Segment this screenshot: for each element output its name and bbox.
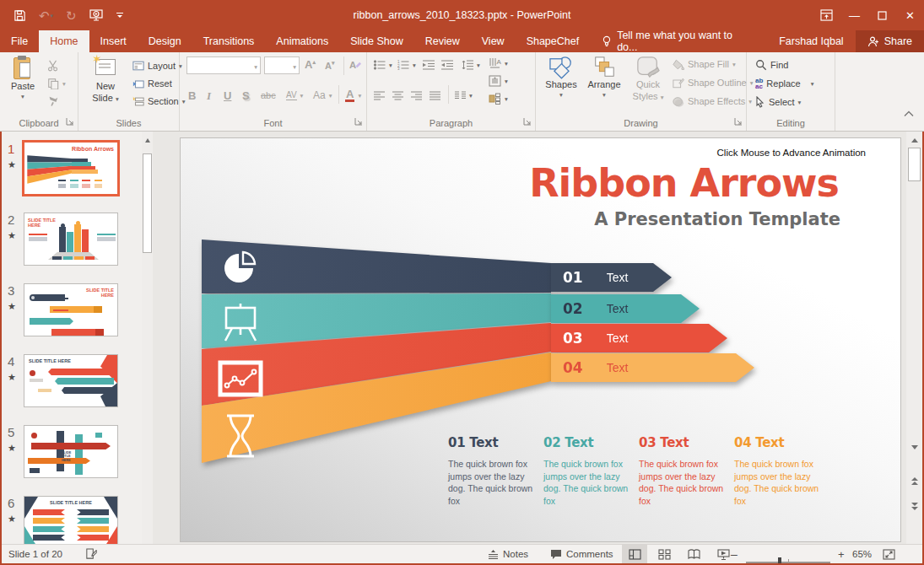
change-case-button[interactable]: Aa▾: [313, 87, 332, 104]
font-color-button[interactable]: A▾: [345, 87, 361, 104]
shape-outline-button[interactable]: Shape Outline▾: [673, 74, 753, 91]
tab-shapechef[interactable]: ShapeChef: [516, 30, 591, 52]
align-right-button[interactable]: [411, 87, 422, 104]
shape-effects-button[interactable]: Shape Effects▾: [673, 93, 752, 110]
arrow-01[interactable]: 01Text: [551, 263, 672, 292]
slide-thumbnail-1[interactable]: Ribbon Arrows: [24, 142, 118, 195]
share-button[interactable]: Share: [856, 30, 924, 52]
column-01[interactable]: 01 Text The quick brown fox jumps over t…: [448, 435, 534, 507]
slide-title[interactable]: Ribbon Arrows: [529, 160, 839, 206]
next-slide-icon[interactable]: [906, 498, 922, 514]
text-direction-button[interactable]: A ▾: [489, 55, 508, 72]
arrange-button[interactable]: Arrange ▾: [583, 56, 625, 99]
layout-button[interactable]: Layout▾: [132, 57, 182, 74]
account-name[interactable]: Farshad Iqbal: [767, 30, 855, 52]
shape-fill-button[interactable]: Shape Fill▾: [673, 56, 736, 73]
notes-status-icon[interactable]: [84, 545, 97, 563]
slide-thumbnail-6[interactable]: SLIDE TITLE HERE: [24, 496, 118, 544]
normal-view-icon[interactable]: [622, 545, 647, 563]
character-spacing-button[interactable]: AV▾: [286, 87, 303, 104]
tab-view[interactable]: View: [471, 30, 516, 52]
thumbnail-panel-scrollbar[interactable]: [142, 132, 153, 544]
column-03[interactable]: 03 Text The quick brown fox jumps over t…: [639, 435, 725, 507]
slide-thumbnail-5[interactable]: SLIDE TITLE HERE: [24, 425, 118, 478]
clear-formatting-button[interactable]: A: [349, 56, 361, 73]
panel-scroll-up-icon[interactable]: [142, 133, 153, 147]
arrow-04[interactable]: 04Text: [551, 353, 754, 382]
font-dialog-launcher-icon[interactable]: [354, 117, 364, 126]
new-slide-button[interactable]: ✶ NewSlide ▾: [85, 56, 126, 105]
notes-toggle[interactable]: Notes: [488, 545, 528, 563]
grow-font-button[interactable]: A▴: [305, 56, 316, 73]
tab-slide-show[interactable]: Slide Show: [339, 30, 414, 52]
tab-transitions[interactable]: Transitions: [192, 30, 266, 52]
tab-home[interactable]: Home: [39, 30, 89, 52]
justify-button[interactable]: [430, 87, 440, 104]
drawing-dialog-launcher-icon[interactable]: [734, 117, 743, 126]
close-icon[interactable]: ✕: [896, 0, 924, 30]
italic-button[interactable]: I: [207, 87, 211, 104]
slide-thumbnail-4[interactable]: SLIDE TITLE HERE: [24, 354, 118, 407]
convert-smartart-button[interactable]: ▾: [489, 90, 508, 107]
maximize-icon[interactable]: [868, 0, 896, 30]
reading-view-icon[interactable]: [681, 545, 706, 563]
underline-button[interactable]: U: [224, 87, 231, 104]
slide-scrollbar[interactable]: [906, 132, 922, 544]
panel-scroll-thumb[interactable]: [143, 153, 152, 253]
align-center-button[interactable]: [392, 87, 403, 104]
font-size-combo[interactable]: ▾: [264, 56, 300, 74]
align-text-button[interactable]: ▾: [489, 73, 508, 89]
columns-button[interactable]: ▾: [455, 87, 473, 104]
increase-indent-button[interactable]: [441, 56, 453, 73]
slide-number-indicator[interactable]: Slide 1 of 20: [8, 545, 62, 563]
comments-toggle[interactable]: Comments: [550, 545, 613, 563]
slide-thumbnail-2[interactable]: SLIDE TITLE HERE: [24, 213, 118, 266]
slide-thumbnail-3[interactable]: SLIDE TITLE HERE: [24, 283, 118, 336]
previous-slide-icon[interactable]: [906, 472, 922, 489]
reset-button[interactable]: Reset: [132, 75, 172, 92]
collapse-ribbon-icon[interactable]: [903, 110, 920, 123]
zoom-out-icon[interactable]: –: [731, 545, 738, 563]
decrease-indent-button[interactable]: [423, 56, 435, 73]
format-painter-button[interactable]: [47, 93, 59, 110]
column-02[interactable]: 02 Text The quick brown fox jumps over t…: [543, 435, 630, 507]
clipboard-dialog-launcher-icon[interactable]: [66, 117, 75, 126]
minimize-icon[interactable]: —: [840, 0, 868, 30]
quick-styles-button[interactable]: QuickStyles ▾: [627, 56, 669, 103]
shapes-button[interactable]: Shapes ▾: [541, 56, 581, 99]
font-name-combo[interactable]: ▾: [186, 56, 261, 74]
bold-button[interactable]: B: [188, 87, 196, 104]
tab-file[interactable]: File: [0, 30, 39, 52]
replace-button[interactable]: ab ac Replace ▾: [755, 75, 813, 92]
tab-design[interactable]: Design: [138, 30, 192, 52]
find-button[interactable]: Find: [755, 56, 788, 73]
copy-button[interactable]: ▾: [47, 75, 66, 92]
paste-button[interactable]: Paste ▾: [5, 56, 41, 100]
scroll-thumb[interactable]: [908, 148, 921, 181]
ribbon-display-options-icon[interactable]: [813, 0, 840, 30]
slide-subtitle[interactable]: A Presentation Template: [594, 209, 840, 229]
text-shadow-button[interactable]: S: [242, 87, 250, 104]
strikethrough-button[interactable]: abc: [261, 87, 276, 104]
zoom-in-icon[interactable]: +: [838, 545, 845, 563]
select-button[interactable]: Select ▾: [755, 94, 801, 110]
line-spacing-button[interactable]: ▾: [462, 56, 480, 73]
tab-animations[interactable]: Animations: [265, 30, 339, 52]
fit-slide-to-window-icon[interactable]: [883, 545, 895, 563]
slide-canvas[interactable]: Click Mouse to Advance Animation Ribbon …: [180, 137, 901, 542]
arrow-03[interactable]: 03Text: [551, 324, 727, 352]
scroll-down-icon[interactable]: [906, 440, 922, 454]
slide-sorter-view-icon[interactable]: [651, 545, 677, 563]
cut-button[interactable]: [47, 57, 59, 74]
section-button[interactable]: Section▾: [132, 93, 185, 110]
tell-me-box[interactable]: Tell me what you want to do...: [590, 30, 767, 52]
shrink-font-button[interactable]: A▾: [325, 56, 334, 73]
align-left-button[interactable]: [374, 87, 385, 104]
numbering-button[interactable]: 123 ▾: [397, 56, 416, 73]
bullets-button[interactable]: ▾: [374, 56, 392, 73]
tab-insert[interactable]: Insert: [89, 30, 138, 52]
arrow-02[interactable]: 02Text: [551, 294, 700, 323]
tab-review[interactable]: Review: [414, 30, 471, 52]
zoom-level[interactable]: 65%: [852, 545, 872, 563]
column-04[interactable]: 04 Text The quick brown fox jumps over t…: [734, 435, 820, 507]
